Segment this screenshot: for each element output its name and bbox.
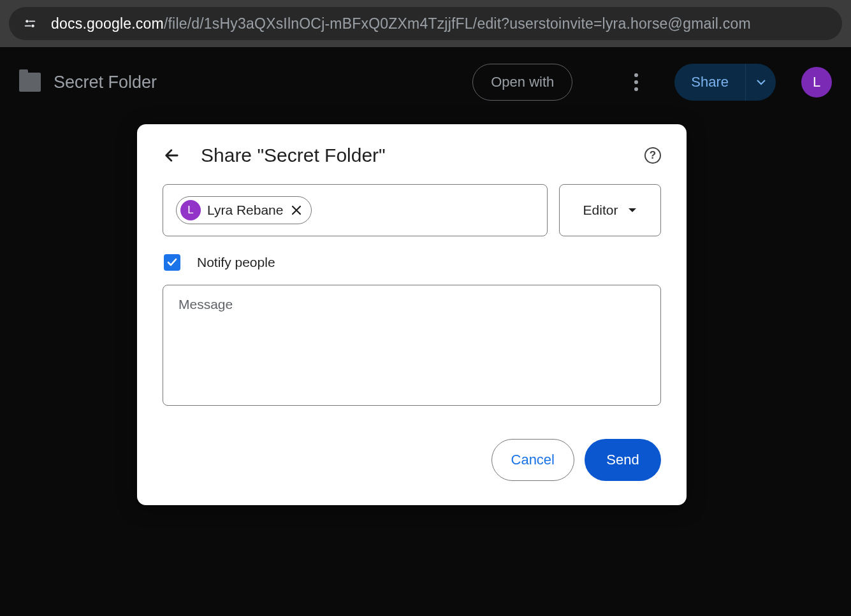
help-icon[interactable]: ? <box>644 147 661 164</box>
more-options-button[interactable] <box>623 73 649 91</box>
notify-label: Notify people <box>197 255 275 270</box>
notify-checkbox[interactable] <box>164 254 180 271</box>
chip-remove-button[interactable] <box>289 203 303 217</box>
share-dropdown-button[interactable] <box>745 64 776 101</box>
url-text: docs.google.com/file/d/1sHy3aQXsIlnOCj-m… <box>51 15 751 32</box>
share-button-group: Share <box>674 64 776 101</box>
role-select[interactable]: Editor <box>559 184 661 236</box>
share-dialog: Share "Secret Folder" ? L Lyra Rebane Ed… <box>137 124 687 505</box>
person-chip: L Lyra Rebane <box>176 196 312 224</box>
dialog-title: Share "Secret Folder" <box>201 145 386 166</box>
page-title: Secret Folder <box>54 73 157 92</box>
browser-url-bar: docs.google.com/file/d/1sHy3aQXsIlnOCj-m… <box>0 0 851 47</box>
people-input[interactable]: L Lyra Rebane <box>163 184 548 236</box>
send-button[interactable]: Send <box>585 439 661 481</box>
message-input[interactable] <box>163 285 661 406</box>
chevron-down-icon <box>628 207 637 213</box>
account-avatar[interactable]: L <box>801 67 832 97</box>
url-input[interactable]: docs.google.com/file/d/1sHy3aQXsIlnOCj-m… <box>9 7 842 40</box>
back-button[interactable] <box>163 146 182 165</box>
folder-icon <box>19 73 41 92</box>
site-settings-icon[interactable] <box>20 14 40 33</box>
open-with-button[interactable]: Open with <box>472 64 572 101</box>
share-button[interactable]: Share <box>674 74 745 90</box>
cancel-button[interactable]: Cancel <box>491 439 574 481</box>
svg-point-0 <box>25 20 28 22</box>
chip-avatar: L <box>180 200 201 220</box>
page-header: Secret Folder Open with Share L <box>0 47 851 117</box>
chip-name: Lyra Rebane <box>207 203 283 218</box>
role-label: Editor <box>583 203 618 218</box>
svg-point-2 <box>31 24 34 27</box>
